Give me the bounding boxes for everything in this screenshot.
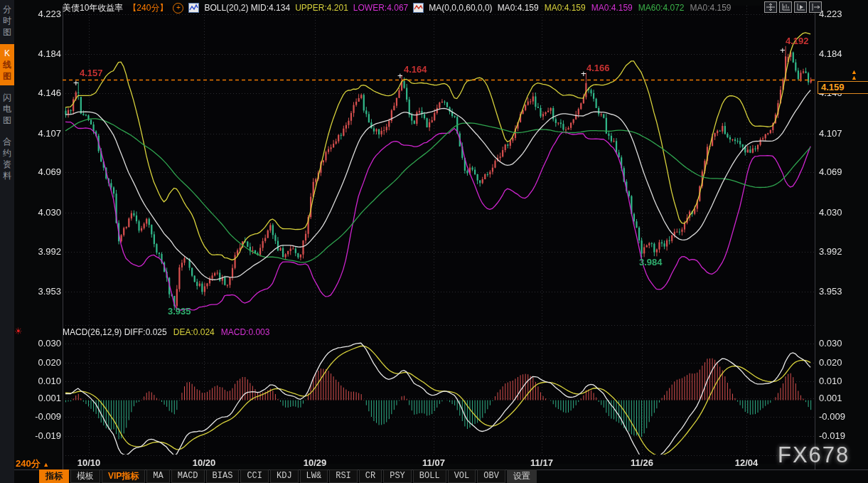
price-axis-label: 3.992	[819, 246, 842, 257]
extreme-cross-marker: +	[780, 45, 786, 55]
date-label: 11/17	[530, 457, 553, 468]
macd-axis-label: -0.019	[819, 430, 845, 441]
ma-params-legend: MA(0,0,0,60,0,0)	[429, 3, 492, 13]
price-axis-label: 4.223	[819, 9, 842, 19]
macd-axis-label: -0.019	[35, 430, 61, 441]
ma-value-legend: MA0:4.159	[498, 3, 539, 13]
sidebar-tab-闪电图[interactable]: 闪电图	[0, 88, 14, 129]
price-up-arrow-icon: ▲▲	[851, 69, 857, 80]
price-extreme-annotation: 3.984	[639, 257, 663, 267]
sidebar-tab-K线图[interactable]: K线图	[0, 44, 14, 85]
indicator-toolbar: 指标模板VIP指标MAMACDBIASCCIKDJLW&RSICRPSYBOLL…	[39, 469, 537, 483]
toolbar-button-PSY[interactable]: PSY	[383, 469, 412, 483]
extreme-cross-marker: +	[397, 70, 403, 81]
price-extreme-annotation: 4.166	[586, 63, 610, 73]
extreme-cross-marker: +	[581, 68, 586, 79]
trading-app-window: 分时图K线图闪电图合约资料 美债10年收益率 【240分】 + BOLL(20,…	[0, 0, 868, 483]
axis-play-icon[interactable]	[794, 1, 807, 13]
ma-value-legend: MA60:4.072	[638, 3, 685, 13]
price-axis-label: 3.953	[38, 286, 61, 297]
toolbar-button-RSI[interactable]: RSI	[329, 469, 358, 483]
date-label: 10/10	[77, 457, 101, 468]
macd-axis-label: 0.010	[38, 376, 61, 386]
live-indicator-icon: ☀	[14, 326, 23, 336]
symbol-title: 美债10年收益率	[63, 2, 123, 14]
ma-values-legend: MA0:4.159MA0:4.159MA0:4.159MA60:4.072MA0…	[498, 3, 737, 13]
macd-main-legend: MACD(26,12,9) DIFF:0.025	[63, 327, 167, 337]
ma-value-legend: MA0:4.159	[545, 3, 586, 13]
price-axis-label: 4.107	[38, 128, 61, 139]
period-tag[interactable]: 【240分】	[128, 2, 168, 14]
ma-value-legend: MA0:4.159	[591, 3, 633, 13]
date-label: 10/29	[304, 457, 327, 468]
price-extreme-annotation: 4.157	[80, 68, 103, 78]
time-axis: 240分 ▲ 10/1010/2010/2911/0711/1711/2612/…	[0, 455, 868, 469]
price-extreme-annotation: 4.164	[404, 64, 427, 75]
price-axis-label: 4.184	[819, 48, 842, 59]
price-axis-label: 4.069	[819, 166, 842, 177]
toolbar-button-CCI[interactable]: CCI	[240, 469, 269, 483]
toolbar-button-BOLL[interactable]: BOLL	[413, 469, 446, 483]
macd-axis-label: 0.010	[819, 376, 842, 386]
axis-scale-icon[interactable]	[779, 1, 792, 13]
macd-axis-label: 0.030	[38, 338, 61, 349]
date-label: 12/04	[735, 457, 759, 468]
date-label: 11/07	[422, 457, 445, 468]
pan-right-icon[interactable]	[809, 1, 822, 13]
chart-corner-controls	[764, 1, 822, 13]
date-label: 10/20	[193, 457, 216, 468]
toolbar-button-模板[interactable]: 模板	[70, 469, 100, 483]
boll-chart-icon[interactable]	[188, 3, 199, 13]
macd-macd-legend: MACD:0.003	[221, 327, 270, 337]
sidebar-tab-合约资料[interactable]: 合约资料	[0, 132, 14, 185]
macd-axis-label: -0.009	[35, 411, 61, 422]
toolbar-button-OBV[interactable]: OBV	[477, 469, 505, 483]
price-extreme-annotation: 3.935	[168, 306, 191, 317]
macd-axis-label: 0.001	[38, 393, 61, 403]
pan-icon[interactable]	[764, 1, 777, 13]
chart-header: 美债10年收益率 【240分】 + BOLL(20,2) MID:4.134 U…	[63, 1, 737, 14]
price-axis-label: 3.992	[38, 246, 61, 257]
price-axis-label: 4.223	[38, 9, 61, 19]
toolbar-button-MACD[interactable]: MACD	[171, 469, 205, 483]
price-axis-label: 3.953	[819, 286, 842, 297]
toolbar-button-VIP指标[interactable]: VIP指标	[102, 469, 145, 483]
boll-legend: BOLL(20,2) MID:4.134	[204, 3, 290, 13]
ma-value-legend: MA0:4.159	[690, 3, 731, 13]
date-label: 11/26	[631, 457, 653, 468]
price-axis-label: 4.030	[819, 207, 842, 218]
toolbar-button-MA[interactable]: MA	[146, 469, 169, 483]
current-price-tag: 4.159	[818, 81, 868, 94]
macd-axis-label: 0.020	[38, 357, 61, 368]
macd-axis-label: -0.009	[819, 411, 845, 422]
ma-chart-icon[interactable]	[413, 3, 424, 13]
price-axis-label: 4.184	[38, 48, 61, 59]
boll-lower-legend: LOWER:4.067	[353, 3, 408, 13]
toolbar-button-CR[interactable]: CR	[359, 469, 382, 483]
crosshair-icon[interactable]: +	[173, 3, 183, 14]
toolbar-button-KDJ[interactable]: KDJ	[270, 469, 299, 483]
toolbar-button-BIAS[interactable]: BIAS	[206, 469, 240, 483]
extreme-cross-marker: +	[73, 78, 79, 88]
macd-dea-legend: DEA:0.024	[173, 327, 215, 337]
period-selector[interactable]: 240分 ▲	[16, 457, 49, 470]
toolbar-button-指标[interactable]: 指标	[39, 469, 69, 483]
price-extreme-annotation: 4.192	[786, 36, 809, 46]
price-axis-label: 4.107	[819, 128, 842, 139]
macd-axis-label: 0.001	[819, 393, 842, 403]
macd-axis-label: 0.020	[819, 357, 842, 368]
price-axis-label: 4.146	[38, 87, 61, 98]
macd-axis-label: 0.030	[819, 338, 842, 349]
price-axis-label: 4.069	[38, 166, 61, 177]
boll-upper-legend: UPPER:4.201	[295, 3, 348, 13]
price-axis-label: 4.030	[38, 207, 61, 218]
macd-legend: MACD(26,12,9) DIFF:0.025 DEA:0.024 MACD:…	[63, 327, 269, 337]
left-sidebar: 分时图K线图闪电图合约资料	[0, 0, 14, 483]
kline-chart-canvas[interactable]	[0, 0, 868, 483]
period-caret-icon: ▲	[43, 461, 49, 468]
toolbar-button-VOL[interactable]: VOL	[448, 469, 476, 483]
sidebar-tab-分时图[interactable]: 分时图	[0, 0, 14, 41]
toolbar-button-LW&[interactable]: LW&	[300, 469, 328, 483]
toolbar-button-设置[interactable]: 设置	[507, 469, 537, 483]
